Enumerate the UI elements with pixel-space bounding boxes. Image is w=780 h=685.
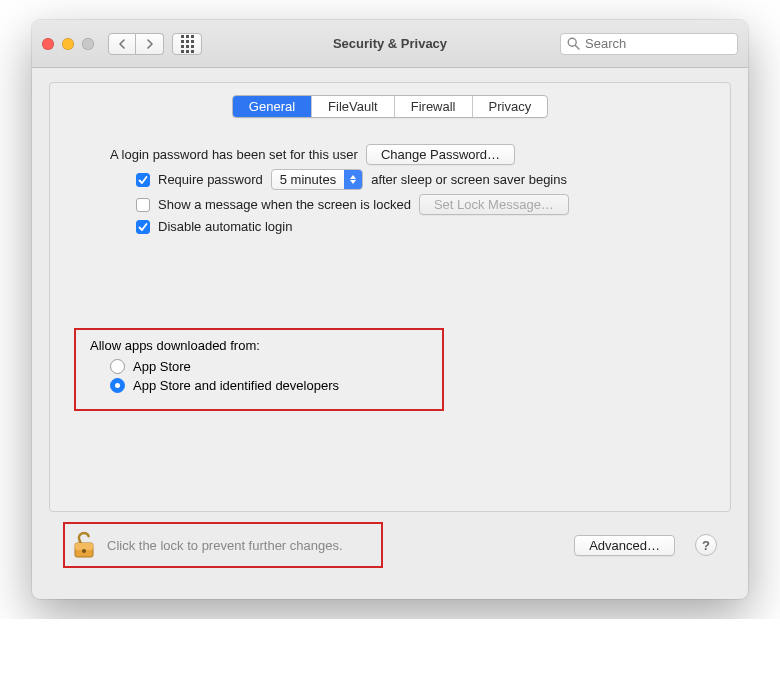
advanced-button[interactable]: Advanced… bbox=[574, 535, 675, 556]
checkmark-icon bbox=[138, 222, 148, 232]
minimize-window-button[interactable] bbox=[62, 38, 74, 50]
disable-auto-login-label: Disable automatic login bbox=[158, 219, 292, 234]
tab-firewall[interactable]: Firewall bbox=[394, 96, 472, 117]
zoom-window-button[interactable] bbox=[82, 38, 94, 50]
require-password-suffix: after sleep or screen saver begins bbox=[371, 172, 567, 187]
unlocked-lock-icon[interactable] bbox=[71, 530, 97, 560]
tab-privacy[interactable]: Privacy bbox=[472, 96, 548, 117]
stepper-icon bbox=[344, 170, 362, 189]
allow-apps-heading: Allow apps downloaded from: bbox=[90, 338, 428, 353]
preferences-window: Security & Privacy General FileVault Fir… bbox=[32, 20, 748, 599]
select-value: 5 minutes bbox=[272, 172, 344, 187]
search-icon bbox=[567, 37, 580, 50]
lock-text: Click the lock to prevent further change… bbox=[107, 538, 343, 553]
show-all-button[interactable] bbox=[172, 33, 202, 55]
change-password-button[interactable]: Change Password… bbox=[366, 144, 515, 165]
chevron-right-icon bbox=[146, 39, 154, 49]
search-field[interactable] bbox=[560, 33, 738, 55]
window-toolbar: Security & Privacy bbox=[32, 20, 748, 68]
back-button[interactable] bbox=[108, 33, 136, 55]
lock-highlight: Click the lock to prevent further change… bbox=[63, 522, 383, 568]
set-lock-message-button: Set Lock Message… bbox=[419, 194, 569, 215]
radio-app-store[interactable] bbox=[110, 359, 125, 374]
svg-rect-3 bbox=[75, 543, 93, 550]
radio-identified-developers[interactable] bbox=[110, 378, 125, 393]
tab-filevault[interactable]: FileVault bbox=[311, 96, 394, 117]
disable-auto-login-checkbox[interactable] bbox=[136, 220, 150, 234]
require-password-checkbox[interactable] bbox=[136, 173, 150, 187]
radio-app-store-label: App Store bbox=[133, 359, 191, 374]
search-input[interactable] bbox=[585, 36, 748, 51]
tab-bar: General FileVault Firewall Privacy bbox=[232, 95, 548, 118]
svg-line-1 bbox=[575, 45, 579, 49]
grid-icon bbox=[181, 35, 194, 53]
general-section: A login password has been set for this u… bbox=[50, 118, 730, 238]
require-password-prefix: Require password bbox=[158, 172, 263, 187]
login-password-text: A login password has been set for this u… bbox=[110, 147, 358, 162]
show-message-label: Show a message when the screen is locked bbox=[158, 197, 411, 212]
footer-bar: Click the lock to prevent further change… bbox=[49, 512, 731, 583]
chevron-left-icon bbox=[118, 39, 126, 49]
require-password-delay-select[interactable]: 5 minutes bbox=[271, 169, 363, 190]
tab-general[interactable]: General bbox=[233, 96, 311, 117]
content-frame: General FileVault Firewall Privacy A log… bbox=[32, 68, 748, 599]
main-panel: General FileVault Firewall Privacy A log… bbox=[49, 82, 731, 512]
allow-apps-highlight: Allow apps downloaded from: App Store Ap… bbox=[74, 328, 444, 411]
radio-identified-developers-label: App Store and identified developers bbox=[133, 378, 339, 393]
checkmark-icon bbox=[138, 175, 148, 185]
window-controls bbox=[42, 38, 94, 50]
svg-point-4 bbox=[82, 549, 86, 553]
help-button[interactable]: ? bbox=[695, 534, 717, 556]
forward-button[interactable] bbox=[136, 33, 164, 55]
nav-back-forward bbox=[108, 33, 164, 55]
close-window-button[interactable] bbox=[42, 38, 54, 50]
show-message-checkbox[interactable] bbox=[136, 198, 150, 212]
